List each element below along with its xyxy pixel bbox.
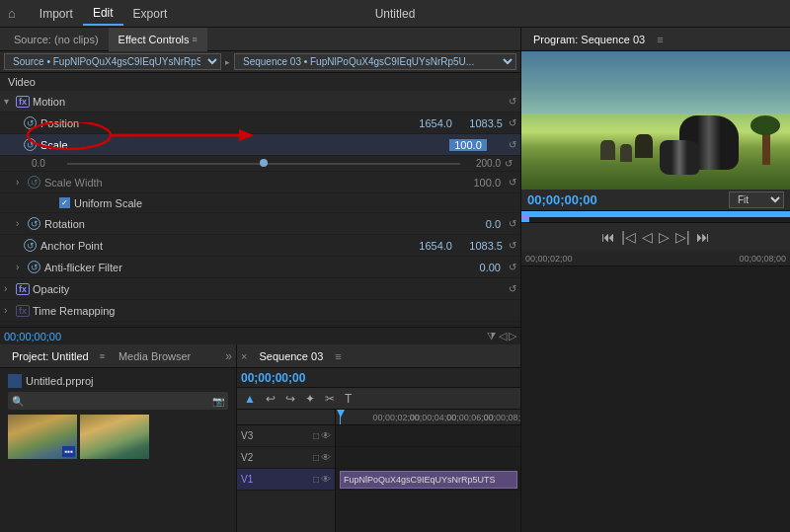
ctrl-step-back-far[interactable]: ⏮ [601,229,615,245]
effect-nav-left[interactable]: ◁ [499,330,507,342]
anti-flicker-reset[interactable]: ↺ [509,262,516,272]
anchor-y-value[interactable]: 1083.5 [458,240,503,252]
program-fit-select[interactable]: Fit 25% 50% 100% [729,191,784,208]
ctrl-step-forward-far[interactable]: ⏭ [696,229,710,245]
position-y-value[interactable]: 1083.5 [458,117,503,129]
anchor-x-value[interactable]: 1654.0 [403,240,452,252]
rotation-value[interactable]: 0.0 [451,218,501,230]
track-v1-visible[interactable]: 👁 [321,474,331,485]
effect-controls-menu-icon[interactable]: ≡ [193,35,198,44]
left-panel: Source: (no clips) Effect Controls ≡ Sou… [0,28,521,532]
opacity-row[interactable]: › fx Opacity ↺ [0,278,520,300]
motion-header-row[interactable]: ▾ fx Motion ↺ [0,91,520,113]
timeline-menu-icon[interactable]: ≡ [335,350,341,362]
ctrl-back[interactable]: ◁ [642,229,653,245]
track-v2-lock[interactable]: □ [313,452,319,463]
timeline-playhead[interactable] [340,410,341,424]
search-input[interactable] [27,396,212,407]
motion-fx-badge: fx [16,96,30,108]
tree-foliage [750,115,780,135]
program-preview [521,51,790,190]
tl-btn-zoom[interactable]: ✂ [322,391,338,407]
motion-reset-btn[interactable]: ↺ [509,96,516,107]
time-remapping-row[interactable]: › fx Time Remapping [0,300,520,322]
anchor-point-row: Anchor Point 1654.0 1083.5 ↺ [0,235,520,257]
program-timecode: 00;00;00;00 [527,192,597,207]
tab-media-browser[interactable]: Media Browser [111,348,198,364]
anchor-reset[interactable]: ↺ [509,240,516,251]
sequence-selector: Source • FupNlPoQuX4gsC9IEqUYsNrRpSUTSzt… [0,51,520,73]
scale-name: Scale [40,139,449,151]
track-v3-visible[interactable]: 👁 [321,430,331,441]
scale-slider-thumb[interactable] [260,159,268,167]
opacity-fx-badge: fx [16,283,30,295]
scale-slider-min: 0.0 [32,158,61,169]
tab-project[interactable]: Project: Untitled [4,348,97,364]
tl-btn-slip[interactable]: ↪ [282,391,298,407]
ctrl-forward[interactable]: ▷ [659,229,670,245]
ctrl-step-forward[interactable]: ▷| [675,229,690,245]
anti-flicker-value[interactable]: 0.00 [451,262,501,273]
project-menu-icon[interactable]: ≡ [100,351,105,361]
opacity-reset[interactable]: ↺ [509,283,516,294]
ctrl-step-back[interactable]: |◁ [621,229,636,245]
program-marker[interactable] [521,214,529,220]
timeline-clip[interactable]: FupNlPoQuX4gsC9IEqUYsNrRp5UTS [340,471,517,489]
search-icon: 🔍 [12,396,24,407]
tab-source[interactable]: Source: (no clips) [4,28,109,51]
sequence-dropdown[interactable]: Sequence 03 • FupNlPoQuX4gsC9IEqUYsNrRp5… [234,53,516,70]
project-expand-icon[interactable]: » [225,349,232,363]
filter-icon[interactable]: ⧩ [487,330,496,342]
scale-rotate-icon[interactable] [24,138,37,151]
anti-flicker-icon[interactable] [28,261,40,273]
home-icon[interactable]: ⌂ [8,6,16,21]
motion-expand-icon[interactable]: ▾ [4,96,16,107]
menu-export[interactable]: Export [123,3,178,25]
tl-btn-select[interactable]: ▲ [241,391,259,407]
tl-btn-hand[interactable]: ✦ [302,391,318,407]
rotation-icon[interactable] [28,217,40,230]
thumbnail-1[interactable]: ▪▪▪ [8,415,77,459]
scale-width-reset[interactable]: ↺ [509,177,516,188]
search-camera-icon[interactable]: 📷 [212,396,224,407]
position-rotate-icon[interactable] [24,116,37,129]
rotation-name: Rotation [44,218,451,230]
track-v1-lock[interactable]: □ [313,474,319,485]
anchor-point-icon[interactable] [24,239,37,252]
tl-btn-razor[interactable]: ↩ [263,391,278,407]
rotation-reset[interactable]: ↺ [509,218,516,229]
rotation-expand[interactable]: › [16,218,28,229]
source-dropdown[interactable]: Source • FupNlPoQuX4gsC9IEqUYsNrRpSUTSzt… [4,53,221,70]
position-x-value[interactable]: 1654.0 [403,117,452,129]
track-v3-lock[interactable]: □ [313,430,319,441]
tab-effect-controls[interactable]: Effect Controls ≡ [109,28,207,51]
tab-program-monitor[interactable]: Program: Sequence 03 [525,32,653,47]
timeline-close-icon[interactable]: × [241,350,247,362]
scale-slider-track[interactable] [67,163,460,165]
project-filename: Untitled.prproj [26,375,93,387]
program-menu-icon[interactable]: ≡ [657,34,663,45]
animal-silhouette-2 [620,144,632,162]
scale-reset-btn[interactable]: ↺ [509,139,516,150]
opacity-expand[interactable]: › [4,283,16,294]
tl-btn-text[interactable]: T [342,391,355,407]
scale-width-expand[interactable]: › [16,177,28,188]
uniform-scale-checkbox[interactable]: ✓ [59,197,70,208]
tab-sequence03[interactable]: Sequence 03 [251,348,331,364]
menu-import[interactable]: Import [30,3,83,25]
scale-width-row: › Scale Width 100.0 ↺ [0,172,520,193]
program-progress-bar[interactable] [521,211,790,217]
anti-flicker-expand[interactable]: › [16,262,28,272]
program-bottom-area: 00;00;02;00 00;00;08;00 [521,251,790,532]
position-name: Position [40,117,403,129]
menu-edit[interactable]: Edit [83,2,123,26]
track-v1-content: FupNlPoQuX4gsC9IEqUYsNrRp5UTS [336,469,520,491]
time-remapping-expand[interactable]: › [4,305,16,316]
scale-value-input[interactable] [449,139,487,151]
scale-width-icon[interactable] [28,176,40,189]
thumbnail-2[interactable] [80,415,149,459]
scale-slider-reset[interactable]: ↺ [505,158,513,169]
position-reset-btn[interactable]: ↺ [509,117,516,128]
track-v2-visible[interactable]: 👁 [321,452,331,463]
effect-nav-right[interactable]: ▷ [509,330,516,342]
